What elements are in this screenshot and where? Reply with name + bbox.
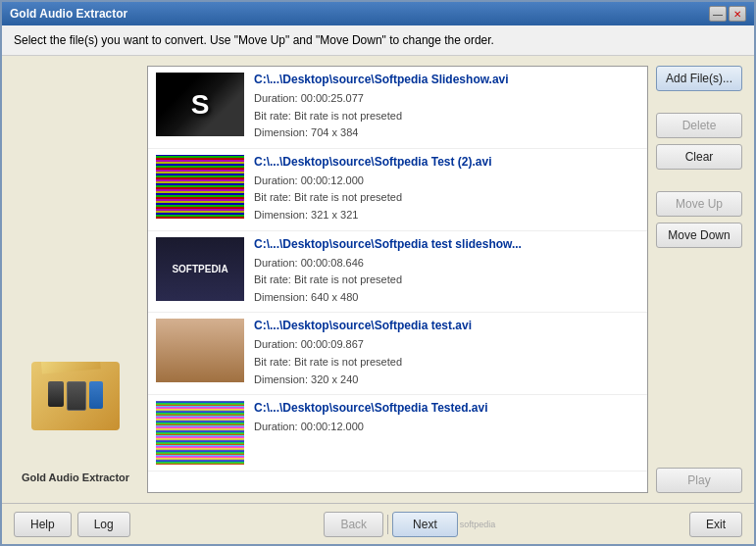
add-files-button[interactable]: Add File(s)...: [656, 66, 742, 91]
file-info: C:\...\Desktop\source\Softpedia test sli…: [254, 237, 639, 307]
title-bar: Gold Audio Extractor — ✕: [2, 2, 754, 25]
clear-button[interactable]: Clear: [656, 144, 742, 170]
file-bitrate: Bit rate: Bit rate is not preseted: [254, 272, 639, 289]
window-controls: — ✕: [709, 6, 746, 22]
footer-center: Back Next softpedia: [324, 512, 495, 537]
file-path: C:\...\Desktop\source\Softpedia test.avi: [254, 319, 639, 332]
file-thumbnail: [156, 319, 244, 382]
file-path: C:\...\Desktop\source\Softpedia Test (2)…: [254, 155, 639, 169]
file-dimension: Dimension: 320 x 240: [254, 372, 639, 389]
file-duration: Duration: 00:00:08.646: [254, 255, 639, 273]
file-duration: Duration: 00:00:09.867: [254, 336, 639, 354]
file-bitrate: Bit rate: Bit rate is not preseted: [254, 189, 639, 207]
exit-button[interactable]: Exit: [689, 512, 742, 537]
icon-film: [67, 381, 86, 411]
file-dimension: Dimension: 704 x 384: [254, 124, 639, 142]
spacer: [656, 97, 744, 107]
delete-button[interactable]: Delete: [656, 113, 742, 138]
footer-left: Help Log: [14, 512, 130, 537]
file-dimension: Dimension: 640 x 480: [254, 289, 639, 307]
file-duration: Duration: 00:00:12.000: [254, 419, 639, 436]
file-path: C:\...\Desktop\source\Softpedia Slidesho…: [254, 73, 639, 86]
file-info: C:\...\Desktop\source\Softpedia Test (2)…: [254, 155, 639, 224]
next-button[interactable]: Next: [392, 512, 458, 537]
file-meta: Duration: 00:00:08.646 Bit rate: Bit rat…: [254, 255, 639, 307]
file-list[interactable]: C:\...\Desktop\source\Softpedia Slidesho…: [147, 66, 648, 493]
move-down-button[interactable]: Move Down: [656, 223, 742, 248]
icon-phone: [48, 381, 64, 407]
thumb-label: SOFTPEDIA: [172, 264, 227, 274]
file-thumbnail: SOFTPEDIA: [156, 237, 244, 301]
icon-device: [89, 381, 103, 409]
move-up-button[interactable]: Move Up: [656, 191, 742, 217]
file-duration: Duration: 00:00:12.000: [254, 173, 639, 190]
file-duration: Duration: 00:00:25.077: [254, 90, 639, 108]
window-title: Gold Audio Extractor: [10, 7, 127, 21]
close-button[interactable]: ✕: [729, 6, 746, 22]
file-dimension: Dimension: 321 x 321: [254, 207, 639, 224]
instructions-text: Select the file(s) you want to convert. …: [2, 25, 754, 56]
file-bitrate: Bit rate: Bit rate is not preseted: [254, 354, 639, 372]
file-thumbnail: [156, 401, 244, 465]
watermark: softpedia: [460, 520, 496, 529]
play-button[interactable]: Play: [656, 468, 742, 493]
file-info: C:\...\Desktop\source\Softpedia test.avi…: [254, 319, 639, 388]
app-icon: [26, 362, 125, 460]
file-meta: Duration: 00:00:12.000 Bit rate: Bit rat…: [254, 173, 639, 224]
footer: Help Log Back Next softpedia Exit: [2, 503, 754, 544]
table-row[interactable]: C:\...\Desktop\source\Softpedia Tested.a…: [148, 395, 647, 472]
file-meta: Duration: 00:00:09.867 Bit rate: Bit rat…: [254, 336, 639, 388]
file-meta: Duration: 00:00:25.077 Bit rate: Bit rat…: [254, 90, 639, 142]
minimize-button[interactable]: —: [709, 6, 727, 22]
file-bitrate: Bit rate: Bit rate is not preseted: [254, 108, 639, 125]
table-row[interactable]: C:\...\Desktop\source\Softpedia Slidesho…: [148, 67, 647, 149]
file-thumbnail: [156, 155, 244, 219]
file-path: C:\...\Desktop\source\Softpedia test sli…: [254, 237, 639, 251]
app-label: Gold Audio Extractor: [22, 472, 129, 483]
file-info: C:\...\Desktop\source\Softpedia Slidesho…: [254, 73, 639, 142]
right-panel: Add File(s)... Delete Clear Move Up Move…: [656, 66, 744, 493]
footer-right: Exit: [689, 512, 742, 537]
spacer: [656, 175, 744, 185]
back-button[interactable]: Back: [324, 512, 383, 537]
separator: [387, 515, 388, 534]
icon-items: [48, 381, 103, 411]
main-area: Gold Audio Extractor C:\...\Desktop\sour…: [2, 56, 754, 503]
log-button[interactable]: Log: [77, 512, 130, 537]
table-row[interactable]: C:\...\Desktop\source\Softpedia Test (2)…: [148, 149, 647, 231]
main-window: Gold Audio Extractor — ✕ Select the file…: [0, 0, 756, 546]
file-meta: Duration: 00:00:12.000: [254, 419, 639, 436]
help-button[interactable]: Help: [14, 512, 72, 537]
left-panel: Gold Audio Extractor: [12, 66, 139, 493]
app-icon-box: [31, 362, 120, 430]
file-path: C:\...\Desktop\source\Softpedia Tested.a…: [254, 401, 639, 415]
table-row[interactable]: SOFTPEDIA C:\...\Desktop\source\Softpedi…: [148, 231, 647, 314]
file-info: C:\...\Desktop\source\Softpedia Tested.a…: [254, 401, 639, 436]
table-row[interactable]: C:\...\Desktop\source\Softpedia test.avi…: [148, 313, 647, 395]
file-thumbnail: [156, 73, 244, 136]
